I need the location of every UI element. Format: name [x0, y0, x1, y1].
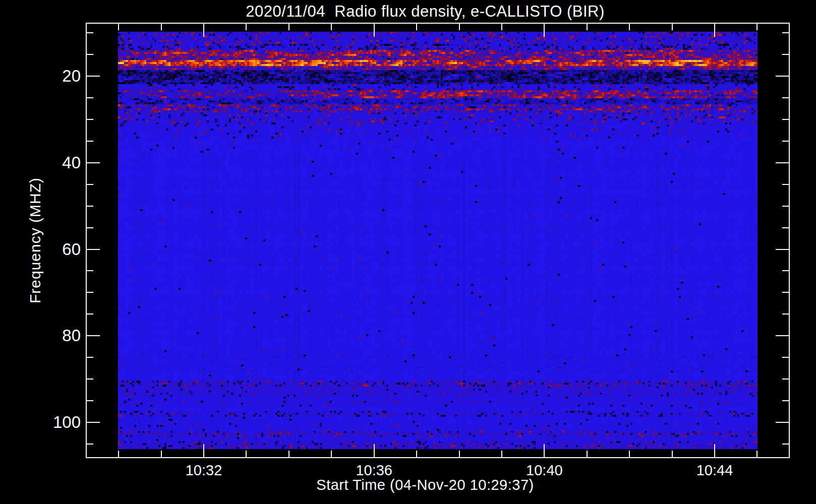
y-major-tick — [87, 249, 100, 250]
y-minor-tick — [87, 54, 93, 55]
x-major-tick — [374, 444, 375, 457]
x-axis-title: Start Time (04-Nov-20 10:29:37) — [316, 477, 534, 493]
x-minor-tick — [587, 451, 588, 457]
x-minor-tick — [501, 451, 502, 457]
y-major-tick — [776, 76, 789, 77]
y-minor-tick — [782, 206, 789, 207]
x-minor-tick — [246, 451, 247, 457]
y-minor-tick — [87, 400, 93, 401]
x-minor-tick — [118, 451, 119, 457]
x-major-tick — [203, 24, 204, 37]
x-tick-label: 10:44 — [696, 462, 733, 479]
y-major-tick — [87, 335, 100, 336]
y-minor-tick — [782, 357, 789, 358]
y-major-tick — [87, 422, 100, 423]
y-minor-tick — [782, 292, 789, 293]
y-major-tick — [87, 76, 100, 77]
y-tick-label: 40 — [0, 154, 81, 171]
y-tick-label: 20 — [0, 68, 81, 85]
y-minor-tick — [782, 270, 789, 271]
x-minor-tick — [629, 24, 630, 30]
x-minor-tick — [246, 24, 247, 30]
x-minor-tick — [161, 24, 162, 30]
x-minor-tick — [331, 451, 332, 457]
y-minor-tick — [782, 400, 789, 401]
x-minor-tick — [161, 451, 162, 457]
plot-frame — [86, 23, 790, 458]
x-major-tick — [203, 444, 204, 457]
y-minor-tick — [87, 141, 93, 142]
y-minor-tick — [782, 227, 789, 228]
x-minor-tick — [587, 24, 588, 30]
x-minor-tick — [459, 24, 460, 30]
x-tick-label: 10:32 — [186, 462, 222, 479]
x-major-tick — [544, 24, 545, 37]
x-minor-tick — [672, 24, 673, 30]
y-minor-tick — [87, 379, 93, 380]
y-minor-tick — [782, 313, 789, 314]
x-minor-tick — [416, 24, 417, 30]
y-major-tick — [87, 162, 100, 163]
x-minor-tick — [672, 451, 673, 457]
y-minor-tick — [87, 313, 93, 314]
y-minor-tick — [87, 184, 93, 185]
y-major-tick — [776, 162, 789, 163]
y-minor-tick — [782, 119, 789, 120]
x-minor-tick — [288, 24, 289, 30]
y-minor-tick — [87, 444, 93, 445]
x-minor-tick — [459, 451, 460, 457]
y-minor-tick — [87, 32, 93, 33]
y-minor-tick — [87, 292, 93, 293]
x-minor-tick — [416, 451, 417, 457]
y-minor-tick — [782, 97, 789, 98]
y-minor-tick — [87, 97, 93, 98]
y-minor-tick — [87, 119, 93, 120]
chart-title: 2020/11/04 Radio flux density, e-CALLIST… — [246, 3, 605, 21]
x-minor-tick — [629, 451, 630, 457]
y-major-tick — [776, 422, 789, 423]
y-minor-tick — [782, 141, 789, 142]
x-major-tick — [714, 24, 715, 37]
y-minor-tick — [782, 32, 789, 33]
y-minor-tick — [782, 184, 789, 185]
x-major-tick — [714, 444, 715, 457]
y-tick-label: 100 — [0, 414, 81, 431]
y-minor-tick — [782, 54, 789, 55]
x-minor-tick — [756, 451, 757, 457]
y-axis-title: Frequency (MHZ) — [27, 177, 44, 303]
y-major-tick — [776, 249, 789, 250]
x-major-tick — [544, 444, 545, 457]
y-minor-tick — [782, 379, 789, 380]
x-minor-tick — [501, 24, 502, 30]
y-minor-tick — [87, 227, 93, 228]
y-minor-tick — [87, 206, 93, 207]
spectrogram-figure: 2020/11/04 Radio flux density, e-CALLIST… — [0, 0, 816, 504]
x-minor-tick — [331, 24, 332, 30]
x-major-tick — [374, 24, 375, 37]
y-minor-tick — [87, 357, 93, 358]
y-minor-tick — [87, 270, 93, 271]
y-minor-tick — [782, 444, 789, 445]
x-minor-tick — [118, 24, 119, 30]
y-major-tick — [776, 335, 789, 336]
y-tick-label: 80 — [0, 327, 81, 344]
x-minor-tick — [288, 451, 289, 457]
x-minor-tick — [756, 24, 757, 30]
